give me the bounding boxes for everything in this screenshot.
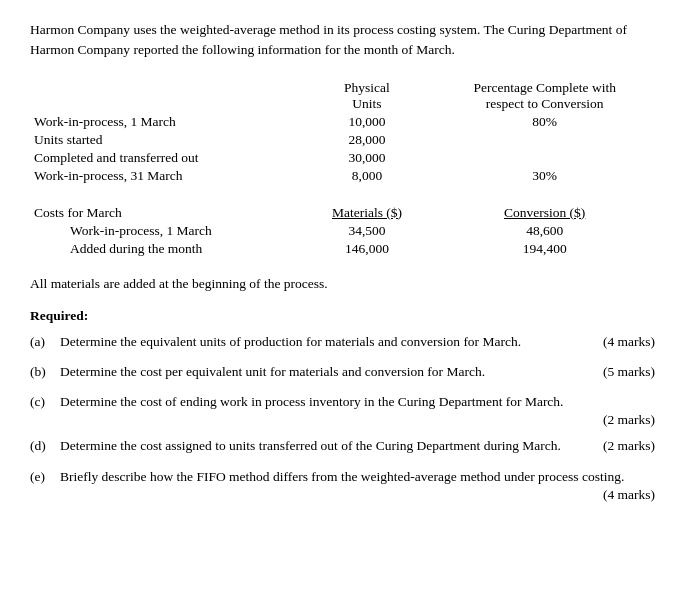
cost-row1-materials: 34,500	[300, 222, 435, 240]
marks-a: (4 marks)	[575, 332, 655, 352]
data-table: Physical Units Percentage Complete with …	[30, 79, 655, 258]
question-e-wrapper: (e) Briefly describe how the FIFO method…	[30, 467, 655, 503]
question-c: (c) Determine the cost of ending work in…	[30, 392, 655, 412]
required-section: Required: (a) Determine the equivalent u…	[30, 308, 655, 503]
question-d: (d) Determine the cost assigned to units…	[30, 436, 655, 456]
cost-row: Work-in-process, 1 March 34,500 48,600	[30, 222, 655, 240]
intro-paragraph: Harmon Company uses the weighted-average…	[30, 20, 655, 61]
header-physical: Physical Units	[300, 79, 435, 113]
cost-row1-label: Work-in-process, 1 March	[30, 222, 300, 240]
marks-e: (4 marks)	[30, 487, 655, 503]
text-d: Determine the cost assigned to units tra…	[60, 436, 575, 456]
costs-header-row: Costs for March Materials ($) Conversion…	[30, 195, 655, 222]
row1-label: Work-in-process, 1 March	[30, 113, 300, 131]
row4-physical: 8,000	[300, 167, 435, 185]
row1-conversion: 80%	[434, 113, 655, 131]
spacer	[30, 185, 655, 195]
cost-row2-materials: 146,000	[300, 240, 435, 258]
letter-e: (e)	[30, 467, 60, 487]
row4-conversion: 30%	[434, 167, 655, 185]
table-row: Work-in-process, 31 March 8,000 30%	[30, 167, 655, 185]
letter-c: (c)	[30, 392, 60, 412]
row2-physical: 28,000	[300, 131, 435, 149]
row2-label: Units started	[30, 131, 300, 149]
marks-b: (5 marks)	[575, 362, 655, 382]
required-label: Required:	[30, 308, 655, 324]
header-empty	[30, 79, 300, 113]
text-b: Determine the cost per equivalent unit f…	[60, 362, 575, 382]
letter-d: (d)	[30, 436, 60, 456]
row3-conversion	[434, 149, 655, 167]
costs-label: Costs for March	[30, 195, 300, 222]
table-header-row: Physical Units Percentage Complete with …	[30, 79, 655, 113]
question-a: (a) Determine the equivalent units of pr…	[30, 332, 655, 352]
row1-physical: 10,000	[300, 113, 435, 131]
question-b: (b) Determine the cost per equivalent un…	[30, 362, 655, 382]
letter-b: (b)	[30, 362, 60, 382]
marks-c: (2 marks)	[30, 412, 655, 428]
text-a: Determine the equivalent units of produc…	[60, 332, 575, 352]
cost-row2-label: Added during the month	[30, 240, 300, 258]
cost-row1-conversion: 48,600	[434, 222, 655, 240]
table-row: Completed and transferred out 30,000	[30, 149, 655, 167]
cost-row2-conversion: 194,400	[434, 240, 655, 258]
costs-col1-header: Materials ($)	[300, 195, 435, 222]
cost-row: Added during the month 146,000 194,400	[30, 240, 655, 258]
materials-note: All materials are added at the beginning…	[30, 276, 655, 292]
row3-label: Completed and transferred out	[30, 149, 300, 167]
table-row: Units started 28,000	[30, 131, 655, 149]
text-e: Briefly describe how the FIFO method dif…	[60, 467, 655, 487]
table-row: Work-in-process, 1 March 10,000 80%	[30, 113, 655, 131]
row2-conversion	[434, 131, 655, 149]
question-c-wrapper: (c) Determine the cost of ending work in…	[30, 392, 655, 428]
text-c: Determine the cost of ending work in pro…	[60, 392, 655, 412]
question-e: (e) Briefly describe how the FIFO method…	[30, 467, 655, 487]
marks-d: (2 marks)	[575, 436, 655, 456]
costs-col2-header: Conversion ($)	[434, 195, 655, 222]
header-conversion: Percentage Complete with respect to Conv…	[434, 79, 655, 113]
row3-physical: 30,000	[300, 149, 435, 167]
row4-label: Work-in-process, 31 March	[30, 167, 300, 185]
letter-a: (a)	[30, 332, 60, 352]
